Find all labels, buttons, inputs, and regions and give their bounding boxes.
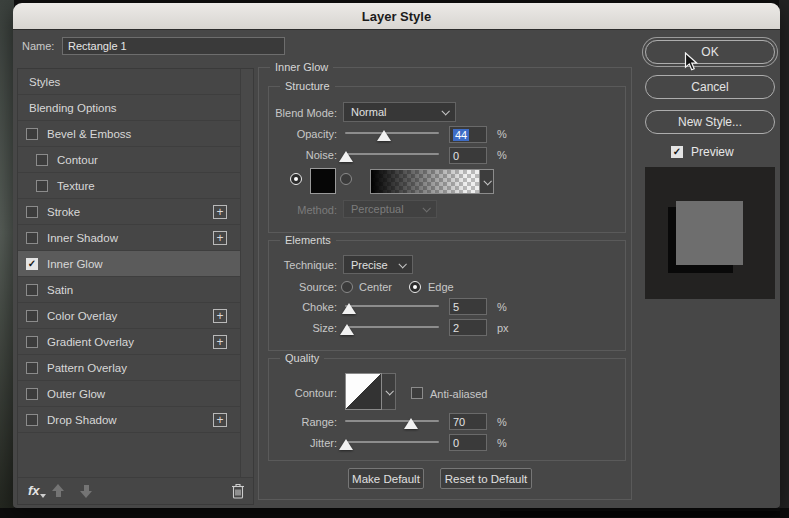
sidebar-item-color-overlay[interactable]: ✓ Color Overlay +: [18, 303, 253, 329]
chevron-down-icon: [441, 107, 449, 115]
range-label: Range:: [253, 416, 337, 428]
color-radio[interactable]: [290, 173, 302, 185]
size-slider-thumb[interactable]: [340, 324, 354, 335]
inner-shadow-checkbox[interactable]: ✓: [26, 232, 38, 244]
color-overlay-checkbox[interactable]: ✓: [26, 310, 38, 322]
add-color-overlay-button[interactable]: +: [213, 309, 227, 323]
sidebar-item-inner-shadow[interactable]: ✓ Inner Shadow +: [18, 225, 253, 251]
add-inner-shadow-button[interactable]: +: [213, 231, 227, 245]
sidebar-item-outer-glow[interactable]: ✓ Outer Glow: [18, 381, 253, 407]
add-drop-shadow-button[interactable]: +: [213, 413, 227, 427]
sidebar-item-inner-glow[interactable]: ✓ Inner Glow: [18, 251, 253, 277]
fx-menu-icon[interactable]: fx: [28, 483, 40, 498]
ok-button[interactable]: OK: [645, 40, 775, 64]
sidebar-item-stroke[interactable]: ✓ Stroke +: [18, 199, 253, 225]
noise-label: Noise:: [253, 149, 337, 161]
glow-color-swatch[interactable]: [310, 168, 336, 194]
move-effect-down-icon[interactable]: [79, 484, 93, 498]
opacity-input[interactable]: 44: [449, 126, 487, 143]
make-default-button[interactable]: Make Default: [348, 468, 424, 489]
sidebar-item-drop-shadow[interactable]: ✓ Drop Shadow +: [18, 407, 253, 433]
elements-title: Elements: [280, 234, 336, 246]
jitter-slider[interactable]: [345, 435, 439, 451]
new-style-button[interactable]: New Style...: [645, 110, 775, 134]
jitter-input[interactable]: 0: [449, 434, 487, 451]
range-slider-thumb[interactable]: [404, 418, 418, 429]
source-center-radio[interactable]: [341, 281, 353, 293]
sidebar-item-contour[interactable]: ✓ Contour: [18, 147, 253, 173]
outer-glow-checkbox[interactable]: ✓: [26, 388, 38, 400]
dialog-titlebar[interactable]: Layer Style: [13, 3, 780, 30]
elements-group: Elements: [268, 240, 626, 351]
anti-aliased-checkbox[interactable]: [411, 387, 423, 399]
range-unit: %: [497, 416, 507, 428]
range-slider[interactable]: [345, 414, 439, 430]
drop-shadow-checkbox[interactable]: ✓: [26, 414, 38, 426]
contour-checkbox[interactable]: ✓: [36, 154, 48, 166]
reset-to-default-button[interactable]: Reset to Default: [440, 468, 532, 489]
source-edge-radio[interactable]: [409, 281, 421, 293]
choke-slider[interactable]: [345, 299, 439, 315]
preview-label: Preview: [691, 145, 734, 159]
chevron-down-icon: [422, 204, 430, 212]
sidebar-item-pattern-overlay[interactable]: ✓ Pattern Overlay: [18, 355, 253, 381]
cancel-button[interactable]: Cancel: [645, 75, 775, 99]
noise-slider-thumb[interactable]: [339, 151, 353, 162]
choke-slider-thumb[interactable]: [342, 303, 356, 314]
size-unit: px: [497, 322, 509, 334]
technique-select[interactable]: Precise: [343, 255, 413, 274]
desktop-background-right: [779, 0, 789, 518]
effects-list: Styles Blending Options ✓ Bevel & Emboss…: [17, 68, 254, 505]
gradient-picker-button[interactable]: [480, 169, 494, 194]
source-edge-label: Edge: [428, 281, 454, 293]
add-stroke-button[interactable]: +: [213, 205, 227, 219]
sidebar-item-texture[interactable]: ✓ Texture: [18, 173, 253, 199]
sidebar-item-satin[interactable]: ✓ Satin: [18, 277, 253, 303]
method-label: Method:: [253, 204, 337, 216]
range-input[interactable]: 70: [449, 413, 487, 430]
quality-title: Quality: [280, 352, 324, 364]
opacity-slider-thumb[interactable]: [377, 130, 391, 141]
sidebar-item-styles[interactable]: Styles: [18, 69, 253, 95]
contour-picker-button[interactable]: [382, 373, 396, 410]
style-preview-thumbnail: [645, 167, 775, 299]
move-effect-up-icon[interactable]: [51, 484, 65, 498]
sidebar-item-blending-options[interactable]: Blending Options: [18, 95, 253, 121]
layer-style-dialog: Layer Style Name: Styles Blending Option…: [13, 3, 780, 508]
choke-label: Choke:: [253, 301, 337, 313]
name-input[interactable]: [62, 37, 285, 55]
desktop-background-bottom: [0, 508, 789, 518]
choke-input[interactable]: 5: [449, 298, 487, 315]
texture-checkbox[interactable]: ✓: [36, 180, 48, 192]
sidebar-item-gradient-overlay[interactable]: ✓ Gradient Overlay +: [18, 329, 253, 355]
contour-thumbnail[interactable]: [345, 373, 382, 410]
gradient-overlay-checkbox[interactable]: ✓: [26, 336, 38, 348]
effects-list-scrollbar[interactable]: [240, 69, 253, 477]
noise-slider[interactable]: [345, 147, 439, 163]
size-slider[interactable]: [345, 320, 439, 336]
sidebar-item-bevel-emboss[interactable]: ✓ Bevel & Emboss: [18, 121, 253, 147]
inner-glow-checkbox[interactable]: ✓: [26, 258, 38, 270]
pattern-overlay-checkbox[interactable]: ✓: [26, 362, 38, 374]
size-label: Size:: [253, 322, 337, 334]
gradient-radio[interactable]: [340, 173, 352, 185]
noise-input[interactable]: 0: [449, 147, 487, 164]
stroke-checkbox[interactable]: ✓: [26, 206, 38, 218]
size-input[interactable]: 2: [449, 319, 487, 336]
method-select: Perceptual: [343, 200, 437, 218]
blend-mode-label: Blend Mode:: [253, 107, 337, 119]
preview-checkbox[interactable]: ✓: [671, 146, 683, 158]
blend-mode-select[interactable]: Normal: [343, 102, 456, 122]
panel-header: Inner Glow: [270, 61, 333, 73]
name-label: Name:: [22, 40, 54, 52]
chevron-down-icon: [385, 387, 393, 395]
delete-effect-icon[interactable]: [231, 483, 245, 503]
effects-list-footer: fx: [18, 477, 253, 504]
satin-checkbox[interactable]: ✓: [26, 284, 38, 296]
glow-gradient-swatch[interactable]: [370, 169, 480, 194]
jitter-slider-thumb[interactable]: [339, 439, 353, 450]
structure-title: Structure: [280, 80, 335, 92]
add-gradient-overlay-button[interactable]: +: [213, 335, 227, 349]
bevel-emboss-checkbox[interactable]: ✓: [26, 128, 38, 140]
opacity-slider[interactable]: [345, 126, 439, 142]
